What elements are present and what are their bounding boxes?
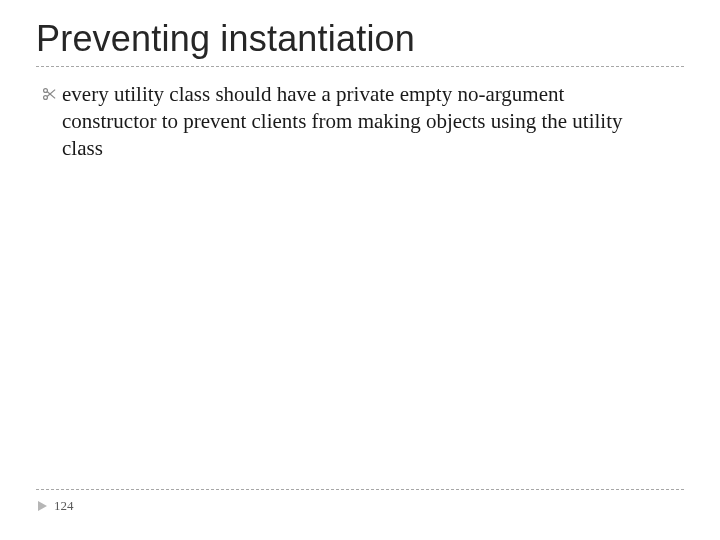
play-icon — [36, 500, 48, 512]
bullet-text: every utility class should have a privat… — [62, 81, 662, 162]
footer: 124 — [36, 489, 684, 514]
scissors-icon — [42, 87, 56, 101]
slide-title: Preventing instantiation — [36, 18, 684, 60]
footer-divider — [36, 489, 684, 490]
bullet-column — [36, 81, 62, 101]
body-row: every utility class should have a privat… — [36, 81, 684, 162]
title-divider — [36, 66, 684, 67]
svg-marker-4 — [38, 501, 47, 511]
slide: Preventing instantiation every utility c… — [0, 0, 720, 540]
page-number: 124 — [54, 498, 74, 514]
footer-row: 124 — [36, 498, 684, 514]
